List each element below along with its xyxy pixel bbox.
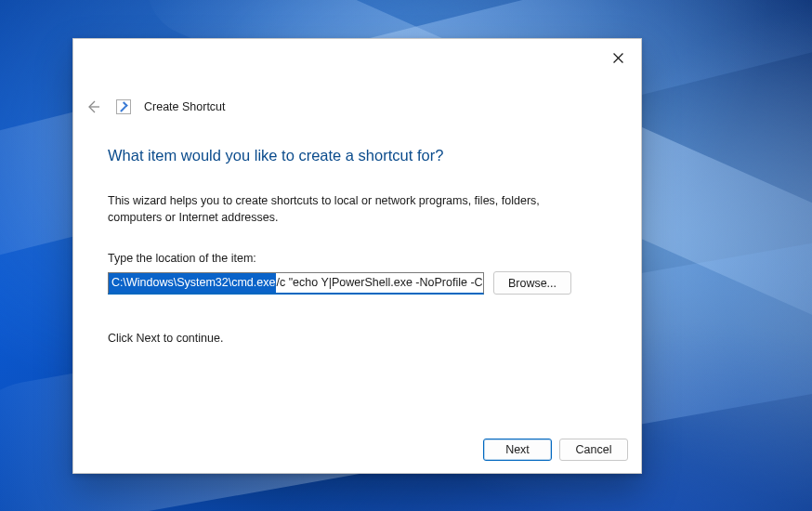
arrow-left-icon [85,99,100,114]
next-button[interactable]: Next [483,439,552,461]
shortcut-icon [116,99,131,114]
location-input-rest: /c "echo Y|PowerShell.exe -NoProfile -Co… [276,276,484,289]
browse-button[interactable]: Browse... [493,271,571,295]
location-input[interactable]: C:\Windows\System32\cmd.exe /c "echo Y|P… [108,272,484,295]
page-description: This wizard helps you to create shortcut… [108,192,591,226]
close-button[interactable] [596,43,639,72]
create-shortcut-dialog: Create Shortcut What item would you like… [72,38,642,474]
breadcrumb: Create Shortcut [144,100,226,113]
continue-hint: Click Next to continue. [108,332,607,345]
location-input-selection: C:\Windows\System32\cmd.exe [109,272,276,293]
cancel-button-label: Cancel [576,443,612,456]
close-icon [613,53,623,63]
browse-button-label: Browse... [508,277,557,290]
wizard-body: What item would you like to create a sho… [73,121,641,426]
wizard-footer: Next Cancel [73,426,641,473]
back-button[interactable] [83,97,103,117]
page-heading: What item would you like to create a sho… [108,147,607,164]
titlebar [73,39,641,78]
location-label: Type the location of the item: [108,252,607,265]
wizard-header: Create Shortcut [73,93,641,121]
next-button-label: Next [505,443,530,456]
cancel-button[interactable]: Cancel [559,439,628,461]
